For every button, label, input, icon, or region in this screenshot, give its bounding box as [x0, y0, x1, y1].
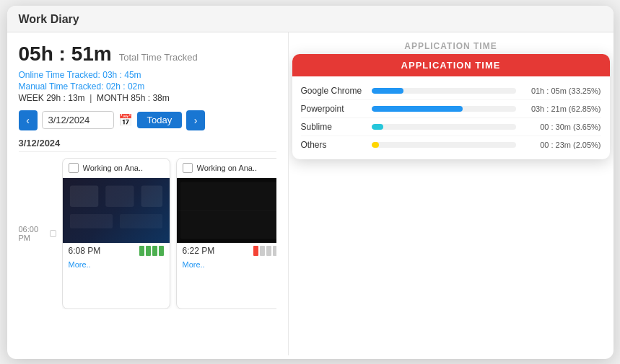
- svg-rect-1: [105, 185, 134, 207]
- window-title: Work Diary: [19, 13, 602, 26]
- card-footer: 6:08 PM: [63, 243, 170, 259]
- month-label: MONTH: [97, 93, 128, 103]
- card-more-link[interactable]: More..: [177, 259, 276, 272]
- bar: [139, 246, 144, 256]
- bar: [266, 246, 271, 256]
- svg-rect-4: [119, 213, 162, 228]
- bar: [152, 246, 157, 256]
- cards-row: Working on Ana.. 6:: [62, 158, 276, 309]
- today-button[interactable]: Today: [137, 112, 183, 128]
- card-checkbox[interactable]: [69, 163, 79, 173]
- card-more-link[interactable]: More..: [63, 259, 170, 272]
- card-time: 6:22 PM: [183, 246, 215, 256]
- card-header: Working on Ana..: [63, 159, 170, 178]
- week-label: WEEK: [19, 93, 44, 103]
- week-time: 29h : 13m: [46, 93, 84, 103]
- bar: [253, 246, 258, 256]
- left-panel: 05h : 51m Total Time Tracked Online Time…: [7, 32, 289, 355]
- app-bar-container: [372, 124, 516, 130]
- title-bar: Work Diary: [7, 6, 614, 32]
- total-time: 05h : 51m: [19, 43, 112, 66]
- next-date-button[interactable]: ›: [186, 110, 205, 130]
- svg-rect-3: [69, 213, 112, 228]
- date-input[interactable]: [42, 111, 114, 129]
- card-title: Working on Ana..: [197, 164, 258, 172]
- svg-rect-0: [69, 185, 97, 207]
- date-nav-row: ‹ 📅 Today ›: [19, 110, 276, 130]
- popup-header: APPLICATION TIME: [292, 54, 610, 76]
- week-month-row: WEEK 29h : 13m | MONTH 85h : 38m: [19, 93, 276, 103]
- card-title: Working on Ana..: [83, 164, 144, 172]
- app-time-val: 00 : 30m (3.65%): [522, 123, 601, 131]
- activity-bars: [139, 246, 164, 256]
- calendar-icon[interactable]: 📅: [118, 113, 133, 127]
- online-label: Online Time Tracked:: [19, 70, 100, 80]
- manual-time: 02h : 02m: [106, 81, 144, 92]
- card-time: 6:08 PM: [69, 246, 101, 256]
- popup-body: Google Chrome 01h : 05m (33.25%) Powerpo…: [292, 76, 610, 159]
- card-header: Working on Ana..: [177, 159, 276, 178]
- work-card: Working on Ana.. 6:22 PM: [176, 158, 276, 309]
- activity-bars: [253, 246, 276, 256]
- online-time-row: Online Time Tracked: 03h : 45m: [19, 70, 276, 80]
- app-time-section-header: APPLICATION TIME: [299, 41, 603, 51]
- card-footer: 6:22 PM: [177, 243, 276, 259]
- app-bar-fill: [372, 124, 383, 130]
- app-name: Sublime: [301, 122, 366, 132]
- time-axis-label: 06:00 PM: [19, 225, 56, 242]
- app-name: Google Chrome: [301, 86, 366, 96]
- app-row: Others 00 : 23m (2.05%): [301, 136, 601, 154]
- manual-time-row: Manual Time Tracked: 02h : 02m: [19, 81, 276, 92]
- app-bar-container: [372, 142, 516, 148]
- app-bar-fill: [372, 142, 379, 148]
- app-name: Powerpoint: [301, 104, 366, 114]
- timeline: 06:00 PM Working on Ana..: [19, 158, 276, 309]
- card-screenshot: [177, 178, 276, 243]
- card-screenshot: [63, 178, 170, 243]
- time-header: 05h : 51m Total Time Tracked: [19, 43, 276, 66]
- work-card: Working on Ana.. 6:: [62, 158, 170, 309]
- online-time: 03h : 45m: [102, 70, 141, 80]
- main-content: 05h : 51m Total Time Tracked Online Time…: [7, 32, 614, 355]
- svg-rect-2: [141, 185, 162, 207]
- app-time-popup: APPLICATION TIME Google Chrome 01h : 05m…: [292, 54, 610, 159]
- card-checkbox[interactable]: [183, 163, 193, 173]
- total-label: Total Time Tracked: [119, 52, 198, 63]
- time-dot: [50, 230, 56, 237]
- prev-date-button[interactable]: ‹: [19, 110, 38, 130]
- app-bar-fill: [372, 106, 463, 112]
- app-row: Powerpoint 03h : 21m (62.85%): [301, 100, 601, 118]
- bar: [273, 246, 276, 256]
- app-time-val: 00 : 23m (2.05%): [522, 141, 601, 149]
- time-axis: 06:00 PM: [19, 158, 62, 309]
- bar: [159, 246, 164, 256]
- app-name: Others: [301, 140, 366, 150]
- bar: [260, 246, 265, 256]
- app-bar-container: [372, 106, 516, 112]
- app-bar-fill: [372, 88, 403, 94]
- app-bar-container: [372, 88, 516, 94]
- app-window: Work Diary 05h : 51m Total Time Tracked …: [7, 6, 614, 359]
- right-panel: APPLICATION TIME APPLICATION TIME: [289, 32, 614, 355]
- manual-label: Manual Time Tracked:: [19, 81, 104, 92]
- date-section-label: 3/12/2024: [19, 138, 276, 152]
- app-time-val: 03h : 21m (62.85%): [522, 105, 601, 113]
- month-time: 85h : 38m: [131, 93, 169, 103]
- app-time-val: 01h : 05m (33.25%): [522, 86, 601, 95]
- app-row: Google Chrome 01h : 05m (33.25%): [301, 82, 601, 100]
- app-row: Sublime 00 : 30m (3.65%): [301, 118, 601, 136]
- bar: [146, 246, 151, 256]
